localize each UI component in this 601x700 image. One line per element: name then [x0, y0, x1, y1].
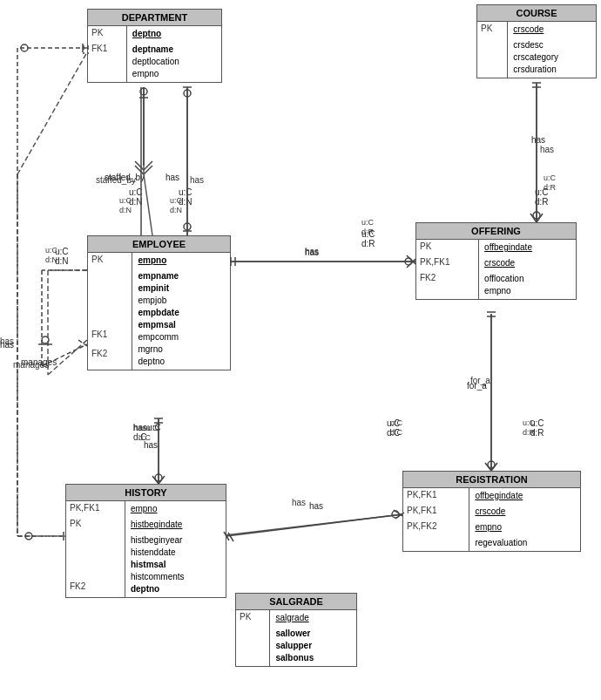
- entity-offering-title: OFFERING: [416, 223, 576, 240]
- entity-course-title: COURSE: [477, 5, 596, 22]
- reg-pk3-label: PK,FK2: [403, 520, 469, 535]
- label-for-a: for_a: [467, 381, 487, 391]
- label-staffed-by: staffed_by: [105, 173, 145, 182]
- svg-point-36: [405, 258, 412, 265]
- entity-course: COURSE PK crscode crsdesc crscategory cr…: [476, 4, 597, 78]
- entity-history-title: HISTORY: [66, 485, 226, 501]
- emp-attrs: empname empinit empjob empbdate empmsal …: [132, 268, 230, 370]
- svg-line-16: [144, 161, 152, 170]
- constraint-uc-dc-off-reg: u:Cd:C: [387, 418, 401, 438]
- constraint-uc-dr-off-reg2: u:Cd:R: [530, 418, 544, 438]
- svg-text:u:C: u:C: [361, 218, 375, 227]
- svg-line-53: [159, 476, 165, 484]
- entity-offering: OFFERING PK offbegindate PK,FK1 crscode …: [415, 222, 577, 300]
- emp-pk-attr: empno: [132, 253, 230, 268]
- svg-point-19: [140, 88, 147, 95]
- label-has-emp-offering: has: [305, 247, 319, 256]
- svg-line-12: [218, 514, 402, 536]
- off-pk1-attr: offbegindate: [479, 240, 576, 255]
- hist-attrs: histbeginyear histenddate histmsal histc…: [125, 533, 226, 597]
- svg-point-24: [184, 90, 191, 97]
- entity-salgrade: SALGRADE PK salgrade sallower salupper s…: [235, 593, 357, 667]
- entity-department-title: DEPARTMENT: [88, 10, 221, 26]
- svg-line-18: [144, 166, 152, 174]
- sal-pk-attr: salgrade: [270, 610, 356, 626]
- reg-attrs: regevaluation: [469, 535, 580, 551]
- sal-fk-empty: [236, 626, 270, 666]
- svg-text:d:N: d:N: [119, 206, 132, 214]
- constraint-uc-dn-has: u:Cd:N: [179, 187, 192, 207]
- constraint-uc-dn-staffed: u:Cd:N: [129, 187, 143, 207]
- reg-pk2-attr: crscode: [469, 504, 580, 520]
- svg-line-7: [17, 52, 87, 174]
- svg-line-1: [144, 174, 152, 235]
- svg-line-15: [135, 161, 144, 170]
- reg-pk1-label: PK,FK1: [403, 488, 469, 504]
- svg-point-81: [42, 336, 49, 343]
- entity-registration: REGISTRATION PK,FK1 offbegindate PK,FK1 …: [402, 471, 581, 552]
- svg-point-45: [533, 212, 540, 219]
- entity-salgrade-title: SALGRADE: [236, 594, 356, 610]
- label-has-dept-emp: has: [165, 173, 179, 182]
- svg-line-35: [407, 259, 415, 268]
- sal-pk-label: PK: [236, 610, 270, 626]
- label-has-course-offering: has: [531, 135, 545, 145]
- entity-department: DEPARTMENT PK deptno FK1 deptname deptlo…: [87, 9, 222, 83]
- reg-pk1-attr: offbegindate: [469, 488, 580, 504]
- svg-line-72: [228, 533, 233, 541]
- svg-line-44: [537, 214, 543, 222]
- course-pk-label: PK: [477, 22, 508, 37]
- svg-point-54: [155, 474, 162, 481]
- svg-text:has: has: [540, 145, 554, 154]
- hist-fk2-label: FK2: [66, 533, 125, 597]
- svg-line-80: [78, 340, 87, 346]
- svg-point-89: [21, 44, 28, 51]
- dept-pk-attr: deptno: [127, 26, 221, 42]
- course-pk-attr: crscode: [508, 22, 596, 37]
- entity-employee: EMPLOYEE PK empno FK1FK2 empname empinit…: [87, 235, 231, 370]
- label-has-history-reg: has: [309, 501, 323, 511]
- hist-pk2-label: PK: [66, 517, 125, 533]
- svg-line-43: [530, 214, 537, 222]
- entity-history: HISTORY PK,FK1 empno PK histbegindate FK…: [65, 484, 226, 598]
- course-attrs: crsdesc crscategory crsduration: [508, 37, 596, 78]
- constraint-hasu-c-dc: hasu:Cd:C: [133, 423, 161, 442]
- emp-pk-label: PK: [88, 253, 132, 268]
- entity-employee-title: EMPLOYEE: [88, 236, 230, 253]
- sal-attrs: sallower salupper salbonus: [270, 626, 356, 666]
- svg-text:has: has: [190, 175, 204, 185]
- svg-line-62: [485, 463, 491, 471]
- dept-attrs: deptname deptlocation empno: [127, 42, 221, 82]
- off-pk1-label: PK: [416, 240, 479, 255]
- course-fk-empty: [477, 37, 508, 78]
- svg-point-22: [184, 223, 191, 230]
- svg-line-52: [152, 476, 159, 484]
- reg-pk2-label: PK,FK1: [403, 504, 469, 520]
- svg-point-75: [392, 511, 399, 518]
- hist-pk1-label: PK,FK1: [66, 501, 125, 517]
- svg-line-70: [226, 514, 402, 536]
- svg-point-91: [25, 533, 32, 540]
- label-manages: manages: [21, 357, 57, 367]
- off-pk2-attr: crscode: [479, 255, 576, 271]
- off-pk2-label: PK,FK1: [416, 255, 479, 271]
- diagram-container: staffed_by has has has has for_a has has…: [0, 0, 601, 700]
- entity-registration-title: REGISTRATION: [403, 472, 580, 488]
- svg-text:u:C: u:C: [544, 173, 557, 182]
- dept-pk-label: PK: [88, 26, 127, 42]
- svg-point-64: [488, 461, 495, 468]
- svg-line-73: [394, 510, 402, 516]
- svg-text:has: has: [292, 498, 306, 507]
- dept-fk1-label: FK1: [88, 42, 127, 82]
- svg-text:d:N: d:N: [170, 206, 182, 214]
- hist-pk1-attr: empno: [125, 501, 226, 517]
- off-fk2-label: FK2: [416, 271, 479, 299]
- hist-pk2-attr: histbegindate: [125, 517, 226, 533]
- reg-pk3-attr: empno: [469, 520, 580, 535]
- constraint-uc-dr-emp-off: u:Cd:R: [361, 229, 375, 248]
- reg-fk-empty: [403, 535, 469, 551]
- emp-fk-labels: FK1FK2: [88, 268, 132, 370]
- constraint-uc-dn-manages: u:Cd:N: [55, 247, 69, 266]
- svg-line-63: [491, 463, 497, 471]
- constraint-uc-dr-course-off: u:Cd:R: [535, 187, 549, 207]
